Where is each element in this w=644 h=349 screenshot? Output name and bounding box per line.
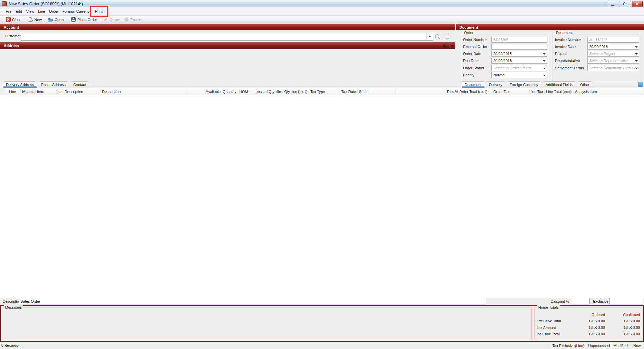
column-header-tax-type[interactable]: Tax Type	[309, 88, 338, 95]
customer-dropdown-button[interactable]	[426, 33, 433, 40]
exclusive-label: Exclusive	[593, 299, 608, 303]
representative-label: Representative	[555, 59, 587, 63]
open-folder-icon	[48, 17, 53, 22]
column-header-module[interactable]: Module	[21, 88, 36, 95]
tab-postal-address[interactable]: Postal Address	[37, 81, 70, 88]
restore-button[interactable]	[619, 1, 631, 7]
menu-print[interactable]: Print	[93, 7, 105, 15]
new-button[interactable]: New	[26, 16, 44, 24]
minimize-button[interactable]	[607, 1, 618, 7]
status-segments: Tax Exclusive(Line) Unprocessed Modified…	[550, 342, 644, 349]
column-header-processed-qty[interactable]: Processed Qty	[257, 88, 276, 95]
invoice-number-label: Invoice Number	[555, 38, 587, 42]
status-bar: 0 Records Tax Exclusive(Line) Unprocesse…	[0, 342, 644, 349]
discount-percent-label: Discount %	[551, 299, 569, 303]
customer-combobox[interactable]	[21, 33, 433, 41]
footer-input-row: Description Discount % Exclusive	[0, 298, 644, 305]
process-button-label: Process	[130, 18, 144, 22]
column-header-indicator	[0, 88, 5, 95]
column-header-disc-percent[interactable]: Disc %	[396, 88, 460, 95]
column-header-price-excl[interactable]: Price (excl)	[292, 88, 309, 95]
search-icon[interactable]	[434, 33, 441, 40]
account-header-label: Account	[4, 25, 19, 29]
project-combobox[interactable]: Select a Project	[587, 51, 639, 57]
order-status-label: Order Status	[463, 66, 491, 70]
external-order-field[interactable]	[491, 44, 547, 50]
tab-label: Additional Fields	[546, 83, 573, 87]
grid-options-button[interactable]	[638, 82, 643, 87]
order-status-combobox[interactable]: Select an Order Status	[491, 65, 547, 71]
settlement-terms-combobox[interactable]: Select a Settlement Term Code	[587, 65, 639, 71]
tab-delivery[interactable]: Delivery	[485, 81, 507, 88]
title-bar[interactable]: New Sales Order (SO1899*) (MLI18214*)	[0, 0, 644, 7]
tax-amount-label: Tax Amount	[537, 324, 570, 331]
column-header-uom[interactable]: UOM	[238, 88, 257, 95]
column-header-order-tax[interactable]: Order Tax	[489, 88, 511, 95]
address-section-header: Address	[0, 42, 455, 49]
representative-value: Select a Representative	[589, 59, 629, 63]
menu-foreign-currency[interactable]: Foreign Currency	[60, 7, 93, 15]
order-date-label: Order Date	[463, 52, 491, 56]
account-section-header: Account	[0, 24, 455, 30]
due-date-label: Due Date	[463, 59, 491, 63]
column-header-confirm-qty[interactable]: Confirm Qty	[276, 88, 292, 95]
menu-line[interactable]: Line	[36, 7, 47, 15]
chevron-down-icon	[635, 46, 638, 48]
customer-row: Customer	[0, 30, 455, 42]
description-input[interactable]	[19, 298, 486, 304]
close-window-button[interactable]	[632, 1, 643, 7]
menu-lines-icon[interactable]	[445, 44, 449, 47]
column-header-analysis-item[interactable]: Analysis Item	[573, 88, 644, 95]
tab-foreign-currency[interactable]: Foreign Currency	[505, 81, 543, 88]
due-date-value: 20/09/2018	[493, 59, 512, 63]
exclusive-input[interactable]	[609, 298, 643, 304]
new-document-icon	[28, 17, 33, 22]
close-button[interactable]: Close	[4, 16, 24, 24]
menu-file[interactable]: File	[4, 7, 14, 15]
column-header-available[interactable]: Available	[188, 88, 222, 95]
tab-additional-fields[interactable]: Additional Fields	[541, 81, 577, 88]
quote-button[interactable]: Quote	[101, 16, 122, 24]
column-header-order-total-excl[interactable]: Order Total (excl)	[460, 88, 489, 95]
tab-document[interactable]: Document	[460, 81, 486, 88]
active-tab-indicator	[3, 86, 37, 88]
due-date-combobox[interactable]: 20/09/2018	[491, 58, 547, 64]
open-button[interactable]: Open...	[46, 16, 69, 24]
process-button[interactable]: Process	[122, 16, 146, 24]
tab-other[interactable]: Other	[576, 81, 594, 88]
invoice-date-combobox[interactable]: 20/09/2018	[587, 44, 639, 50]
chevron-down-icon	[543, 53, 546, 55]
column-header-tax-rate[interactable]: Tax Rate	[338, 88, 358, 95]
tab-label: Postal Address	[41, 83, 66, 87]
column-header-line-tax[interactable]: Line Tax	[511, 88, 545, 95]
order-lines-grid[interactable]	[0, 95, 644, 298]
chevron-down-icon[interactable]	[451, 45, 454, 46]
discount-percent-input[interactable]	[572, 298, 590, 304]
customer-delivery-document-icon[interactable]	[443, 33, 451, 40]
tab-delivery-address[interactable]: Delivery Address	[2, 81, 38, 88]
project-value: Select a Project	[589, 52, 615, 56]
menubar-grip[interactable]	[1, 8, 3, 14]
chevron-down-icon	[543, 60, 546, 62]
menu-order[interactable]: Order	[47, 7, 60, 15]
priority-combobox[interactable]: Normal	[491, 72, 547, 78]
column-header-line[interactable]: Line	[5, 88, 21, 95]
column-header-description[interactable]: Description	[101, 88, 188, 95]
exclusive-total-confirmed: GHS 0.00	[605, 318, 640, 324]
column-header-item-description[interactable]: Item Description	[55, 88, 101, 95]
menu-bar: File Edit View Line Order Foreign Curren…	[0, 7, 644, 16]
bottom-section: Messages Home Totals Ordered Confirmed E…	[0, 305, 644, 342]
menu-edit[interactable]: Edit	[14, 7, 24, 15]
column-header-item[interactable]: Item	[36, 88, 55, 95]
order-date-combobox[interactable]: 20/09/2018	[491, 51, 547, 57]
representative-combobox[interactable]: Select a Representative	[587, 58, 639, 64]
tab-label: Foreign Currency	[510, 83, 538, 87]
column-header-serial[interactable]: Serial	[358, 88, 396, 95]
column-header-quantity[interactable]: Quantity	[222, 88, 238, 95]
priority-label: Priority	[463, 73, 491, 77]
close-icon	[635, 2, 639, 6]
place-order-button[interactable]: Place Order	[69, 16, 99, 24]
column-header-line-total-excl[interactable]: Line Total (excl)	[545, 88, 573, 95]
menu-view[interactable]: View	[24, 7, 36, 15]
tab-contact[interactable]: Contact	[69, 81, 90, 88]
